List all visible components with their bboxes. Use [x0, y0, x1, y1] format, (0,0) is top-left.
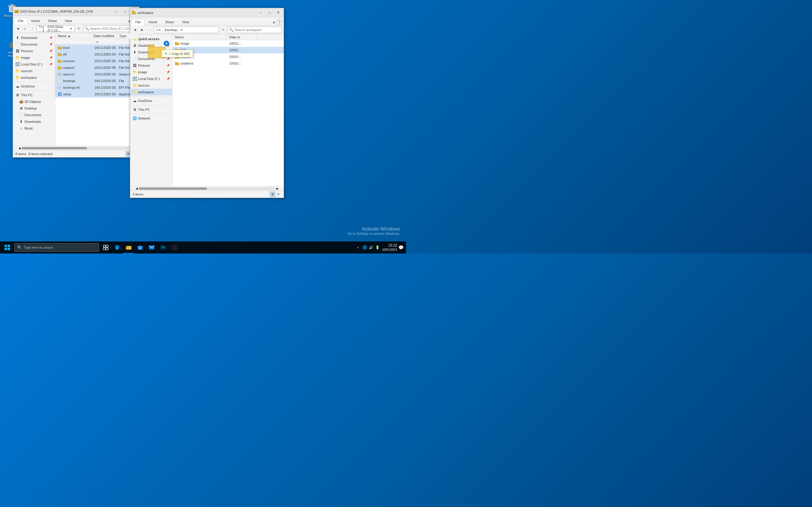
fwd-button-ws[interactable]: ▶	[139, 27, 145, 33]
up-button-ws[interactable]: ↑	[147, 27, 153, 33]
scroll-left-btn[interactable]: ◀	[17, 147, 21, 150]
sidebar-item-3dobjects[interactable]: 📦 3D Objects	[13, 98, 55, 105]
fwd-button-dvd[interactable]: ▶	[22, 25, 28, 32]
sidebar-item-sources-ws[interactable]: 📁 sources	[130, 82, 172, 89]
scroll-left-btn-ws[interactable]: ◀	[135, 187, 139, 190]
details-view-btn-ws[interactable]: ☰	[270, 192, 275, 197]
ribbon-expand-ws[interactable]: ▲	[272, 20, 276, 24]
sidebar-item-dl2[interactable]: ⬇ Downloads	[13, 118, 55, 125]
sidebar-item-thispc[interactable]: 🖥 This PC	[13, 92, 55, 98]
sidebar-item-downloads[interactable]: ⬇ Downloads 📌	[13, 35, 55, 41]
file-row-setup[interactable]: ⚙ setup 19/11/2020 05:01 Application	[55, 91, 139, 98]
refresh-button-ws[interactable]: ↻	[220, 27, 226, 33]
hscroll-track-dvd[interactable]	[21, 147, 131, 150]
col-type[interactable]: Type	[117, 33, 139, 39]
file-row-bootmgr[interactable]: bootmgr 19/11/2020 05:01 File	[55, 77, 139, 84]
col-name-ws[interactable]: Name	[172, 35, 227, 40]
list-view-btn-ws[interactable]: ≡	[276, 192, 281, 197]
hscroll-thumb-ws[interactable]	[139, 187, 207, 190]
search-input-dvd[interactable]	[90, 27, 136, 31]
file-row-autorun[interactable]: INF autorun 19/11/2020 05:01 Setup Infor…	[55, 71, 139, 77]
sidebar-item-network-ws[interactable]: 🌐 Network	[130, 115, 172, 122]
volume-icon[interactable]: 🔊	[369, 245, 373, 249]
sidebar-item-documents[interactable]: 📄 Documents 📌	[13, 41, 55, 48]
taskbar-mail[interactable]	[146, 241, 157, 253]
taskbar-task-view[interactable]	[100, 241, 111, 253]
file-row-image[interactable]: image 10/01/...	[172, 40, 284, 47]
sidebar-item-thispc-ws[interactable]: 🖥 This PC	[130, 106, 172, 113]
maximize-button[interactable]: □	[121, 8, 129, 14]
address-dropdown-dvd[interactable]: ▼	[70, 27, 72, 30]
tab-home-ws[interactable]: Home	[145, 19, 161, 25]
notif-expand[interactable]: ∧	[356, 245, 360, 249]
search-box-dvd[interactable]: 🔍	[83, 25, 138, 32]
taskbar-search-input[interactable]	[24, 246, 96, 249]
back-button-ws[interactable]: ◀	[132, 27, 138, 33]
col-date-ws[interactable]: Date m	[227, 35, 257, 40]
minimize-button[interactable]: ─	[112, 8, 120, 14]
minimize-button-ws[interactable]: ─	[256, 10, 265, 16]
sidebar-item-workspace[interactable]: 📁 workspace	[13, 74, 55, 81]
sidebar-item-music[interactable]: ♪ Music	[13, 125, 55, 131]
col-name[interactable]: Name ▲	[55, 33, 91, 39]
sidebar-item-image-ws[interactable]: 📁 image 📌	[130, 69, 172, 75]
sidebar-item-pictures[interactable]: 🖼 Pictures 📌	[13, 48, 55, 54]
file-row-support[interactable]: support 19/11/2020 05:07 File folder	[55, 64, 139, 71]
tab-file-dvd[interactable]: File	[14, 17, 28, 24]
up-button-dvd[interactable]: ↑	[29, 25, 35, 32]
sidebar-item-image[interactable]: 📁 image 📌	[13, 54, 55, 61]
sidebar-item-localdisk-ws[interactable]: 💽 Local Disk (C:) 📌	[130, 75, 172, 82]
maximize-button-ws[interactable]: □	[265, 10, 274, 16]
address-path-dvd[interactable]: This ... ❯ DVD Drive (F:) CC... ▼	[37, 25, 74, 32]
refresh-button-dvd[interactable]: ↻	[76, 25, 82, 32]
tab-view-dvd[interactable]: View	[61, 17, 76, 24]
search-input-ws[interactable]	[235, 28, 280, 32]
svg-rect-2	[11, 4, 14, 5]
address-dropdown-ws[interactable]: ▼	[180, 29, 183, 32]
sidebar-item-docs2[interactable]: 📄 Documents	[13, 112, 55, 118]
file-row-unattend[interactable]: unattend 10/01/...	[172, 60, 284, 67]
blackbox-icon	[171, 245, 177, 250]
col-date[interactable]: Date modified	[91, 33, 117, 39]
back-button-dvd[interactable]: ◀	[15, 25, 21, 32]
svg-rect-49	[126, 248, 131, 248]
taskbar-file-explorer[interactable]	[123, 241, 134, 253]
system-clock[interactable]: 15:22 10/01/2021	[382, 243, 397, 252]
folder-icon-ws	[175, 42, 179, 45]
hscroll-thumb-dvd[interactable]	[21, 147, 87, 150]
sidebar-item-localdisk[interactable]: 💽 Local Disk (C:) 📌	[13, 61, 55, 68]
sidebar-item-pics-ws[interactable]: 🖼 Pictures 📌	[130, 62, 172, 69]
tab-view-ws[interactable]: View	[178, 19, 193, 25]
network-icon[interactable]: 🌐	[362, 245, 367, 249]
hscroll-ws[interactable]: ◀ ▶	[130, 186, 284, 190]
sidebar-item-sources[interactable]: 📁 sources	[13, 68, 55, 74]
tab-home-dvd[interactable]: Home	[28, 17, 44, 24]
tab-share-ws[interactable]: Share	[161, 19, 178, 25]
close-button-ws[interactable]: ✕	[274, 10, 283, 16]
file-row-efi[interactable]: efi 19/11/2020 05:06 File folder	[55, 51, 139, 58]
sidebar-item-onedrive-ws[interactable]: ☁ OneDrive	[130, 98, 172, 104]
hscroll-dvd[interactable]: ◀ ▶	[13, 146, 139, 150]
hscroll-track-ws[interactable]	[139, 187, 275, 190]
file-row-sources[interactable]: sources 19/11/2020 05:07 File folder	[55, 58, 139, 64]
notification-btn[interactable]: 💬	[398, 245, 404, 250]
taskbar-terminal[interactable]: PS>	[158, 241, 168, 253]
folder-icon	[58, 59, 62, 63]
file-row-bootmgr-efi[interactable]: EFI bootmgr.efi 19/11/2020 05:01 EFI Fil…	[55, 84, 139, 91]
taskbar-edge[interactable]	[112, 241, 123, 253]
scroll-right-btn-ws[interactable]: ▶	[275, 187, 280, 190]
tab-share-dvd[interactable]: Share	[44, 17, 61, 24]
item-count-ws: 5 items	[133, 192, 143, 196]
search-box-ws[interactable]: 🔍	[227, 26, 282, 33]
taskbar-store[interactable]	[135, 241, 146, 253]
start-button[interactable]	[0, 241, 14, 253]
taskbar-search[interactable]: 🔍	[14, 243, 99, 252]
help-button-ws[interactable]: ?	[276, 19, 283, 25]
sidebar-item-workspace-ws[interactable]: 📁 workspace	[130, 89, 172, 95]
address-path-ws[interactable]: Loc... ❯ worksp... ▼	[154, 26, 219, 33]
tab-file-ws[interactable]: File	[132, 19, 145, 25]
sidebar-item-onedrive[interactable]: ☁ OneDrive	[13, 83, 55, 90]
file-row-boot[interactable]: boot 19/11/2020 05:06 File folder	[55, 44, 139, 51]
sidebar-item-desktop[interactable]: 🖥 Desktop	[13, 105, 55, 112]
taskbar-blackbox[interactable]	[169, 241, 180, 253]
